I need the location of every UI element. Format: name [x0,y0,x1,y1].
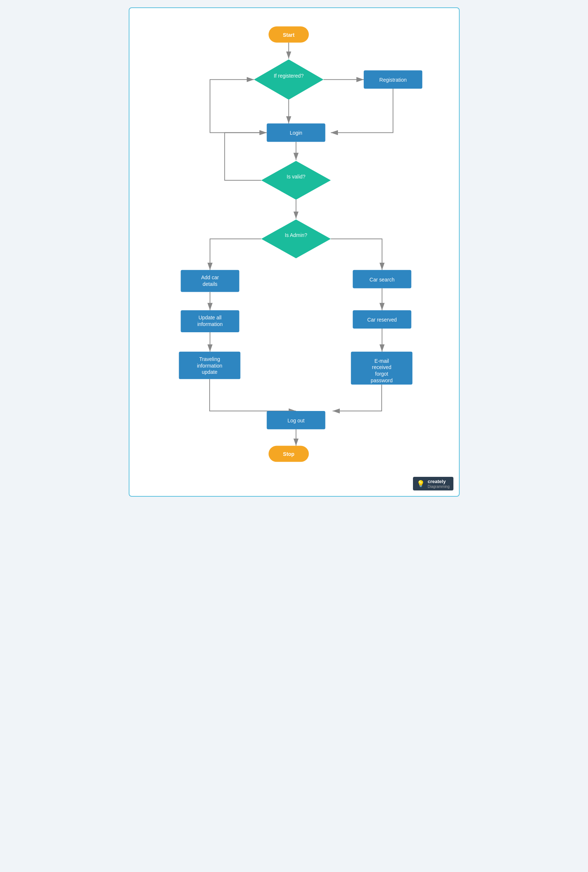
admin-loop-line [210,80,261,132]
registration-label: Registration [379,77,406,83]
diagram-container: Start User If registered? No Registratio… [129,8,460,497]
log-out-label: Log out [287,418,304,424]
creately-subtitle: Diagramming [428,484,449,489]
yes-label-admin: Yes [244,230,253,236]
yes-label-2: Yes [299,207,308,213]
login-label: Login [290,130,302,136]
start-label: Start [283,32,294,38]
stop-label: Stop [283,451,294,457]
no-label-admin: No [337,230,344,236]
arrow-registration-login [331,89,393,132]
creately-branding: 💡 creately Diagramming [413,477,453,490]
traveling-info-line1: Traveling [199,356,220,362]
no-label-2: No [226,172,233,178]
car-search-label: Car search [369,277,394,283]
update-all-info-line1: Update all [198,314,221,320]
no-label-1: No [334,71,341,77]
user-label-branch: User [382,256,393,261]
is-valid-diamond [261,161,331,200]
email-line3: forgot [375,371,388,377]
arrow-traveling-logout [210,379,296,411]
traveling-info-line2: information [197,363,222,369]
admin-label-top: Admin [184,110,199,116]
arrow-user-carsearch [331,239,382,270]
if-registered-label: If registered? [274,73,304,79]
is-valid-label: Is valid? [286,174,305,180]
user-label-1: User [292,47,303,53]
arrow-email-logout [332,385,381,411]
admin-label-branch: Admin [188,256,202,261]
yes-label-1: Yes [292,109,301,115]
arrow-admin-addcar [210,239,261,270]
email-line4: password [370,377,393,383]
bulb-icon: 💡 [417,480,425,488]
email-line2: received [372,364,391,370]
update-all-info-line2: information [197,321,222,327]
if-registered-diamond [254,59,323,99]
is-admin-label: Is Admin? [285,232,307,238]
email-line1: E-mail [374,358,389,364]
creately-name: creately [428,479,449,484]
is-admin-diamond [261,219,331,258]
traveling-info-line3: update [201,369,218,375]
car-reserved-label: Car reserved [367,317,396,323]
add-car-details-line1: Add car [201,275,219,280]
add-car-details-line2: details [202,281,217,287]
